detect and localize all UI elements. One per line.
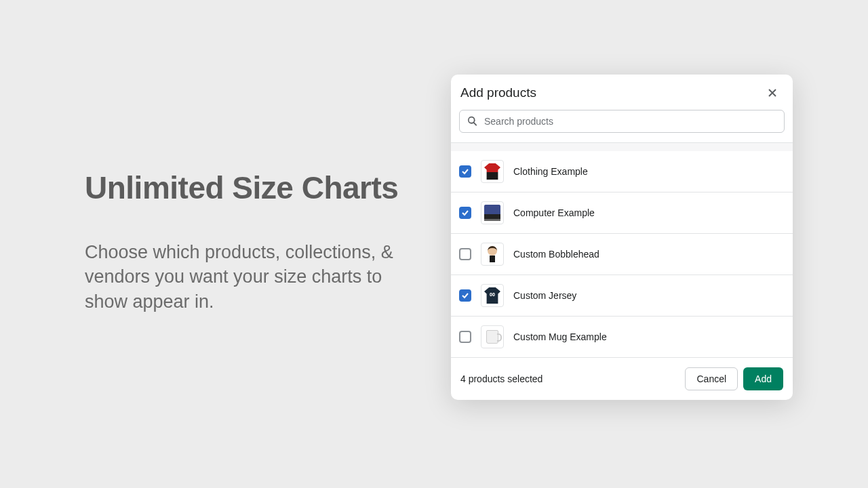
check-icon: [461, 167, 469, 176]
modal-title: Add products: [460, 85, 536, 100]
product-name: Clothing Example: [513, 166, 588, 177]
marketing-copy: Unlimited Size Charts Choose which produ…: [85, 169, 410, 314]
product-row[interactable]: Computer Example: [451, 192, 793, 234]
check-icon: [461, 209, 469, 217]
search-container: [451, 110, 793, 143]
close-button[interactable]: [766, 86, 779, 100]
modal-header: Add products: [451, 75, 793, 110]
product-thumbnail: [481, 284, 504, 307]
product-checkbox[interactable]: [459, 248, 471, 260]
page-headline: Unlimited Size Charts: [85, 169, 410, 206]
check-icon: [461, 291, 469, 300]
product-row[interactable]: Clothing Example: [451, 151, 793, 192]
add-button[interactable]: Add: [743, 367, 783, 390]
product-name: Computer Example: [513, 207, 595, 218]
product-checkbox[interactable]: [459, 165, 471, 178]
page-description: Choose which products, collections, & ve…: [85, 240, 410, 314]
cancel-button[interactable]: Cancel: [685, 367, 738, 390]
product-name: Custom Mug Example: [513, 331, 607, 342]
search-box[interactable]: [459, 110, 785, 133]
product-list: Clothing Example Computer Example Custom…: [451, 143, 793, 357]
product-name: Custom Jersey: [513, 290, 576, 301]
product-row[interactable]: Custom Mug Example: [451, 317, 793, 357]
product-row[interactable]: Custom Bobblehead: [451, 234, 793, 275]
search-icon: [467, 115, 479, 127]
product-checkbox[interactable]: [459, 331, 471, 343]
product-thumbnail: [481, 201, 504, 224]
selected-count: 4 products selected: [460, 373, 542, 384]
add-products-modal: Add products Clothing Example: [451, 75, 793, 400]
modal-footer: 4 products selected Cancel Add: [451, 357, 793, 400]
product-thumbnail: [481, 160, 504, 183]
product-name: Custom Bobblehead: [513, 249, 599, 260]
product-thumbnail: [481, 243, 504, 266]
product-checkbox[interactable]: [459, 289, 471, 302]
footer-buttons: Cancel Add: [685, 367, 783, 390]
product-checkbox[interactable]: [459, 207, 471, 219]
product-thumbnail: [481, 325, 504, 348]
search-input[interactable]: [484, 116, 777, 127]
close-icon: [766, 86, 779, 100]
product-row[interactable]: Custom Jersey: [451, 275, 793, 317]
